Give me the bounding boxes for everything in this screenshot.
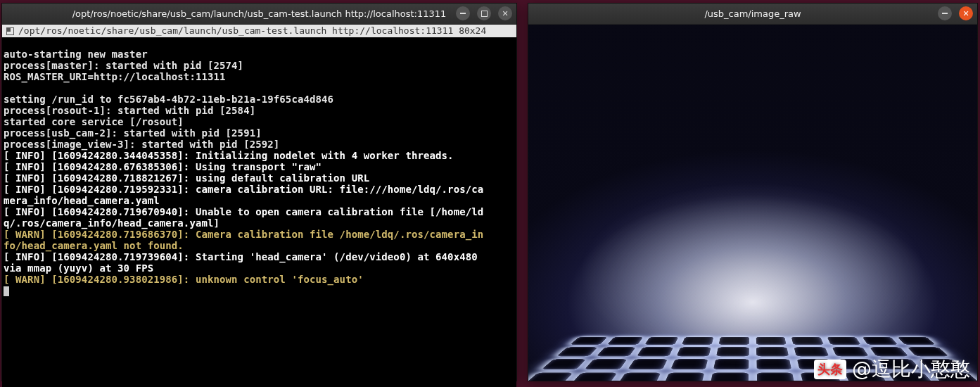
keyboard-key-icon	[797, 359, 835, 369]
keyboard-key-icon	[714, 359, 749, 369]
terminal-line: ROS_MASTER_URI=http://localhost:11311	[4, 71, 515, 82]
terminal-line: process[master]: started with pid [2574]	[4, 60, 515, 71]
terminal-line: [ INFO] [1609424280.719670940]: Unable t…	[4, 206, 515, 217]
keyboard-key-icon	[756, 359, 791, 369]
image-viewer-window: /usb_cam/image_raw	[528, 3, 978, 381]
keyboard-key-icon	[844, 373, 889, 381]
keyboard-key-icon	[757, 373, 795, 381]
keyboard-key-icon	[597, 347, 636, 356]
minimize-button[interactable]	[938, 6, 952, 20]
keyboard-key-icon	[528, 373, 573, 381]
keyboard-key-icon	[585, 359, 628, 369]
terminal-output[interactable]: auto-starting new masterprocess[master]:…	[2, 37, 516, 387]
keyboard-key-icon	[827, 337, 861, 345]
keyboard-key-icon	[932, 373, 977, 381]
keyboard-key-icon	[556, 347, 598, 356]
terminal-line	[4, 82, 515, 94]
terminal-line	[4, 285, 515, 296]
terminal-tab-label: /opt/ros/noetic/share/usb_cam/launch/usb…	[18, 25, 486, 37]
close-button[interactable]	[959, 6, 973, 20]
keyboard-key-icon	[870, 347, 909, 356]
keyboard-key-icon	[717, 347, 749, 356]
keyboard-key-icon	[889, 373, 936, 381]
terminal-line: via mmap (yuyv) at 30 FPS	[4, 262, 515, 274]
keyboard-key-icon	[898, 337, 936, 345]
terminal-window-controls	[456, 6, 512, 20]
terminal-tab-icon	[6, 27, 14, 35]
keyboard-key-icon	[756, 347, 789, 356]
keyboard-key-icon	[628, 359, 668, 369]
keyboard-key-icon	[644, 337, 679, 345]
terminal-line: setting /run_id to fc567ab4-4b72-11eb-b2…	[4, 94, 515, 105]
close-button[interactable]	[498, 6, 512, 20]
terminal-titlebar[interactable]: /opt/ros/noetic/share/usb_cam/launch/usb…	[2, 4, 516, 25]
camera-image-area	[528, 25, 977, 381]
maximize-button[interactable]	[477, 6, 491, 20]
keyboard-key-icon	[719, 337, 749, 345]
image-viewer-title: /usb_cam/image_raw	[704, 8, 801, 19]
terminal-line: process[rosout-1]: started with pid [258…	[4, 105, 515, 116]
keyboard-key-icon	[878, 359, 921, 369]
keyboard-key-icon	[908, 347, 949, 356]
terminal-line	[4, 37, 515, 49]
terminal-line: [ INFO] [1609424280.718821267]: using de…	[4, 172, 515, 184]
keyboard-key-icon	[794, 347, 829, 356]
keyboard-key-icon	[801, 373, 841, 381]
terminal-line: started core service [/rosout]	[4, 116, 515, 127]
keyboard-key-icon	[570, 337, 608, 345]
terminal-line: process[image_view-3]: started with pid …	[4, 139, 515, 150]
keyboard-key-icon	[863, 337, 898, 345]
terminal-line: auto-starting new master	[4, 49, 515, 60]
terminal-cursor	[4, 286, 9, 296]
terminal-line: mera_info/head_camera.yaml	[4, 195, 515, 206]
keyboard-key-icon	[637, 347, 674, 356]
keyboard-key-icon	[756, 337, 787, 345]
keyboard-key-icon	[838, 359, 878, 369]
terminal-tab-bar[interactable]: /opt/ros/noetic/share/usb_cam/launch/usb…	[2, 25, 516, 37]
keyboard-key-icon	[791, 337, 824, 345]
terminal-line: q/.ros/camera_info/head_camera.yaml]	[4, 217, 515, 229]
keyboard-key-icon	[571, 373, 618, 381]
keyboard-key-icon	[832, 347, 869, 356]
terminal-line: fo/head_camera.yaml not found.	[4, 240, 515, 251]
terminal-window: /opt/ros/noetic/share/usb_cam/launch/usb…	[1, 3, 517, 381]
terminal-line: [ WARN] [1609424280.719686370]: Camera c…	[4, 229, 515, 240]
keyboard-key-icon	[607, 337, 643, 345]
image-viewer-window-controls	[938, 6, 973, 20]
keyboard-key-icon	[919, 359, 964, 369]
keyboard-key-icon	[711, 373, 749, 381]
keyboard-key-icon	[542, 359, 587, 369]
keyboard-key-icon	[677, 347, 711, 356]
terminal-line: [ INFO] [1609424280.344045358]: Initiali…	[4, 150, 515, 161]
terminal-line: [ INFO] [1609424280.719739604]: Starting…	[4, 251, 515, 262]
camera-feed-image	[528, 25, 977, 381]
terminal-line: [ INFO] [1609424280.719592331]: camera c…	[4, 184, 515, 195]
terminal-title: /opt/ros/noetic/share/usb_cam/launch/usb…	[72, 8, 447, 19]
keyboard-key-icon	[682, 337, 714, 345]
keyboard-key-icon	[617, 373, 661, 381]
terminal-line: process[usb_cam-2]: started with pid [25…	[4, 127, 515, 139]
keyboard-key-icon	[670, 359, 708, 369]
terminal-line: [ INFO] [1609424280.676385306]: Using tr…	[4, 161, 515, 172]
terminal-line: [ WARN] [1609424280.938021986]: unknown …	[4, 274, 515, 285]
keyboard-key-icon	[663, 373, 704, 381]
image-viewer-titlebar[interactable]: /usb_cam/image_raw	[528, 4, 977, 25]
minimize-button[interactable]	[456, 6, 470, 20]
